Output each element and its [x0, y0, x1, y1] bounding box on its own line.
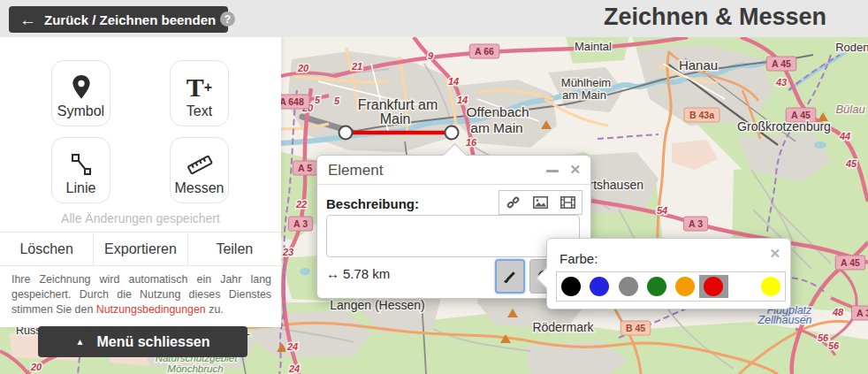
map-label: Zellhausen [757, 314, 811, 326]
divider [0, 265, 281, 266]
back-button[interactable]: ← Zurück / Zeichnen beenden [9, 6, 228, 33]
map-road-badge: A 45 [766, 57, 796, 71]
map-road-badge: A 45 [835, 256, 865, 270]
map-junction-number: 48 [832, 307, 844, 317]
map-pin-icon [70, 72, 93, 103]
map-junction-number: 24 [286, 341, 298, 352]
map-label: Maintal [575, 40, 612, 53]
measurement-readout: ↔ 5.78 km [326, 266, 390, 281]
text-add-icon: T+ [187, 72, 212, 103]
swatch-dot [761, 277, 780, 296]
map-label: Großkrotzenburg [737, 119, 831, 134]
map-lake [814, 141, 826, 149]
divider [0, 232, 281, 233]
map-junction-number: 22 [295, 199, 307, 210]
color-swatch-red[interactable] [699, 275, 727, 298]
color-swatch-black[interactable] [557, 275, 585, 298]
map-road-badge: A 5 [293, 161, 316, 175]
image-icon[interactable] [533, 196, 548, 210]
svg-text:B 43a: B 43a [689, 110, 714, 120]
map-junction-number: 5 [315, 95, 321, 105]
tool-symbol-label: Symbol [57, 103, 104, 119]
swatch-dot [590, 277, 609, 296]
color-swatch-green[interactable] [643, 275, 671, 298]
close-icon[interactable]: ✕ [769, 246, 780, 262]
storage-notice: Ihre Zeichnung wird automatisch ein Jahr… [11, 272, 271, 317]
ruler-icon [186, 149, 214, 180]
svg-text:A 45: A 45 [791, 110, 811, 120]
description-label: Beschreibung: [326, 196, 419, 211]
back-button-label: Zurück / Zeichnen beenden [44, 12, 216, 27]
tool-measure[interactable]: Messen [170, 137, 229, 203]
dialog-header[interactable]: Element ✕ [317, 156, 590, 185]
map-label: Hanau [679, 57, 718, 73]
tool-line-label: Linie [66, 180, 96, 196]
map-junction-number: 14 [448, 76, 459, 87]
map-label: Rodenb [835, 41, 868, 54]
map-label: Bülau [835, 103, 864, 116]
delete-button[interactable]: Löschen [0, 233, 93, 265]
map-label: Rödermark [532, 320, 594, 334]
color-swatch-yellow[interactable] [757, 275, 785, 298]
tool-text[interactable]: T+ Text [170, 60, 229, 126]
tool-measure-label: Messen [174, 180, 224, 196]
measurement-endpoint[interactable] [339, 126, 353, 140]
color-swatch-gray[interactable] [614, 275, 643, 298]
autosave-status: Alle Änderungen gespeichert [0, 211, 281, 225]
map-label: Offenbach [466, 104, 529, 119]
action-bar: Löschen Exportieren Teilen [0, 233, 281, 265]
map-label: am Main [470, 120, 522, 135]
back-arrow-icon: ← [19, 11, 36, 28]
map-road-badge: B 45 [621, 321, 651, 335]
map-road-badge: A 3 [683, 217, 707, 231]
svg-text:A 66: A 66 [475, 46, 494, 57]
color-picker-popup: Farbe: ✕ [546, 238, 791, 309]
map-junction-number: 43 [775, 77, 787, 88]
svg-text:A 3: A 3 [293, 218, 308, 229]
map-label: Mönchbruch [167, 363, 223, 374]
map-label: Frankfurt am [358, 97, 438, 112]
swatch-dot [561, 277, 581, 296]
tool-line[interactable]: Linie [51, 137, 110, 203]
color-swatch-white[interactable] [728, 275, 757, 298]
dialog-title: Element [328, 162, 383, 179]
color-swatch-orange[interactable] [671, 275, 699, 298]
description-toolbar [499, 190, 582, 215]
style-brush-button[interactable] [495, 259, 525, 294]
color-swatch-list [556, 271, 786, 301]
app-window: 2021559141416202223242443444548565654320… [0, 0, 868, 374]
map-lake [300, 268, 310, 275]
sidebar: Symbol T+ Text Linie [0, 37, 281, 327]
terms-link[interactable]: Nutzungsbedingungen [96, 303, 206, 316]
link-icon[interactable] [506, 196, 521, 210]
map-junction-number: 9 [428, 50, 434, 61]
close-icon[interactable]: ✕ [569, 162, 581, 178]
color-picker-label: Farbe: [560, 251, 598, 266]
map-label: Mühlheim [561, 76, 611, 89]
map-junction-number: 21 [351, 61, 362, 72]
svg-text:A 648: A 648 [279, 96, 304, 107]
color-swatch-blue[interactable] [585, 275, 613, 298]
share-button[interactable]: Teilen [187, 233, 281, 265]
export-button[interactable]: Exportieren [93, 233, 187, 265]
minimize-icon[interactable] [546, 170, 559, 172]
map-junction-number: 56 [828, 340, 840, 351]
swatch-dot [675, 277, 695, 296]
measurement-endpoint[interactable] [445, 126, 459, 140]
map-road-badge: B 43a [684, 108, 720, 122]
map-junction-number: 44 [839, 131, 850, 141]
svg-text:A 5: A 5 [298, 163, 312, 173]
map-junction-number: 20 [297, 63, 309, 73]
map-road-badge: A 66 [469, 44, 499, 58]
map-label: Langen (Hessen) [330, 298, 424, 312]
film-icon[interactable] [560, 196, 575, 210]
map-junction-number: 5 [334, 95, 340, 106]
help-icon[interactable]: ? [220, 11, 235, 27]
close-menu-button[interactable]: ▲ Menü schliessen [38, 326, 247, 357]
tool-symbol[interactable]: Symbol [51, 60, 110, 126]
map-label: Main [380, 111, 411, 126]
close-menu-label: Menü schliessen [96, 334, 209, 350]
page-title: Zeichnen & Messen [604, 4, 826, 31]
description-textarea[interactable] [326, 215, 580, 257]
map-junction-number: 45 [845, 158, 857, 169]
